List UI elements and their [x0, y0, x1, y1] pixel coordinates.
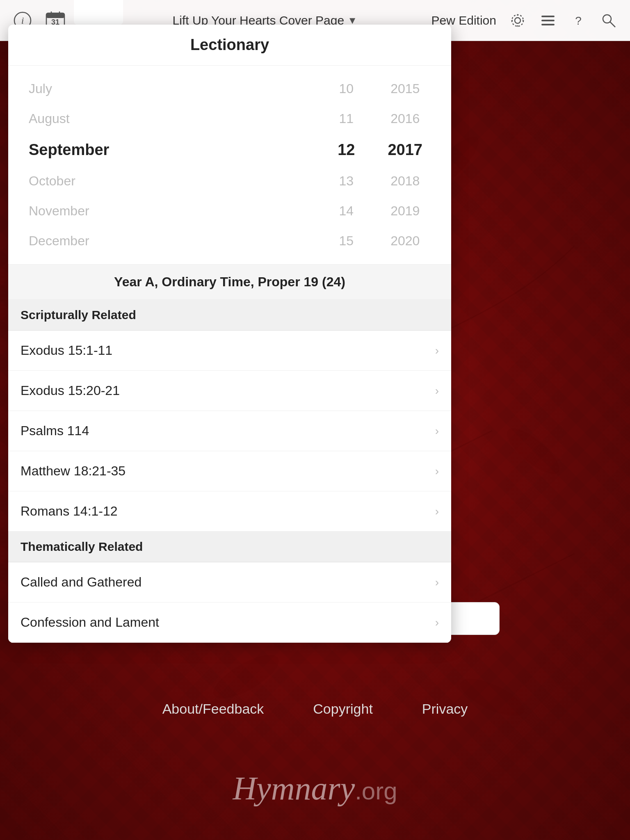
theme-item-confession[interactable]: Confession and Lament › [8, 603, 451, 643]
help-icon[interactable]: ? [569, 11, 587, 30]
scripture-exodus-2-text: Exodus 15:20-21 [21, 383, 435, 398]
svg-point-10 [208, 647, 285, 706]
scripture-matthew-text: Matthew 18:21-35 [21, 463, 435, 479]
year-2017[interactable]: 2017 [371, 134, 439, 166]
svg-rect-24 [541, 20, 555, 21]
day-12[interactable]: 12 [321, 134, 371, 166]
lectionary-title: Lectionary [190, 36, 269, 53]
about-feedback-link[interactable]: About/Feedback [162, 701, 264, 717]
year-2019[interactable]: 2019 [371, 196, 439, 226]
theme-item-called[interactable]: Called and Gathered › [8, 562, 451, 603]
chevron-right-icon-1: › [435, 344, 439, 357]
scripture-psalms-text: Psalms 114 [21, 423, 435, 438]
month-december[interactable]: December [21, 226, 321, 256]
tab-indicator [74, 0, 123, 25]
scripture-romans-text: Romans 14:1-12 [21, 504, 435, 519]
thematically-related-header: Thematically Related [8, 532, 451, 562]
day-15[interactable]: 15 [321, 226, 371, 256]
copyright-link[interactable]: Copyright [313, 701, 373, 717]
scripture-exodus-1-text: Exodus 15:1-11 [21, 343, 435, 358]
lectionary-header: Lectionary [8, 25, 451, 66]
hymnary-logo: Hymnary.org [0, 770, 630, 807]
scripture-item-exodus-2[interactable]: Exodus 15:20-21 › [8, 371, 451, 411]
chevron-right-icon-6: › [435, 576, 439, 589]
scripture-item-romans[interactable]: Romans 14:1-12 › [8, 491, 451, 532]
hymnary-org-text: .org [355, 777, 397, 805]
chevron-right-icon-7: › [435, 616, 439, 629]
year-2020[interactable]: 2020 [371, 226, 439, 256]
month-july[interactable]: July [21, 74, 321, 104]
theme-confession-text: Confession and Lament [21, 615, 435, 630]
chevron-right-icon-5: › [435, 505, 439, 518]
svg-text:?: ? [575, 14, 582, 27]
svg-point-22 [512, 15, 523, 26]
svg-rect-25 [541, 24, 555, 25]
day-13[interactable]: 13 [321, 166, 371, 196]
scripture-item-psalms[interactable]: Psalms 114 › [8, 411, 451, 451]
list-icon[interactable] [539, 11, 557, 30]
month-november[interactable]: November [21, 196, 321, 226]
scripture-item-matthew[interactable]: Matthew 18:21-35 › [8, 451, 451, 491]
day-11[interactable]: 11 [321, 104, 371, 134]
theme-called-text: Called and Gathered [21, 575, 435, 590]
footer-links: About/Feedback Copyright Privacy [0, 701, 630, 717]
privacy-link[interactable]: Privacy [422, 701, 468, 717]
chevron-right-icon-2: › [435, 384, 439, 397]
svg-text:i: i [21, 15, 24, 26]
svg-rect-23 [541, 16, 555, 17]
year-2018[interactable]: 2018 [371, 166, 439, 196]
month-august[interactable]: August [21, 104, 321, 134]
chevron-right-icon-4: › [435, 465, 439, 478]
year-2015[interactable]: 2015 [371, 74, 439, 104]
gear-icon[interactable] [509, 11, 527, 30]
selected-date-section: Year A, Ordinary Time, Proper 19 (24) [8, 265, 451, 300]
year-2016[interactable]: 2016 [371, 104, 439, 134]
month-october[interactable]: October [21, 166, 321, 196]
svg-rect-15 [46, 13, 64, 18]
svg-point-7 [501, 421, 566, 481]
svg-point-21 [515, 18, 520, 23]
svg-line-28 [610, 22, 615, 27]
month-september[interactable]: September [21, 134, 321, 166]
scripture-item-exodus-1[interactable]: Exodus 15:1-11 › [8, 331, 451, 371]
search-icon[interactable] [600, 11, 618, 30]
chevron-right-icon-3: › [435, 425, 439, 438]
day-14[interactable]: 14 [321, 196, 371, 226]
nav-right: Pew Edition ? [431, 11, 618, 30]
date-picker: July 10 2015 August 11 2016 September 12… [8, 66, 451, 265]
selected-date-text: Year A, Ordinary Time, Proper 19 (24) [21, 274, 439, 290]
date-grid: July 10 2015 August 11 2016 September 12… [21, 74, 439, 256]
lectionary-panel: Lectionary July 10 2015 August 11 2016 S… [8, 25, 451, 643]
scripturally-related-header: Scripturally Related [8, 300, 451, 331]
hymnary-logo-text: Hymnary.org [233, 770, 397, 807]
day-10[interactable]: 10 [321, 74, 371, 104]
